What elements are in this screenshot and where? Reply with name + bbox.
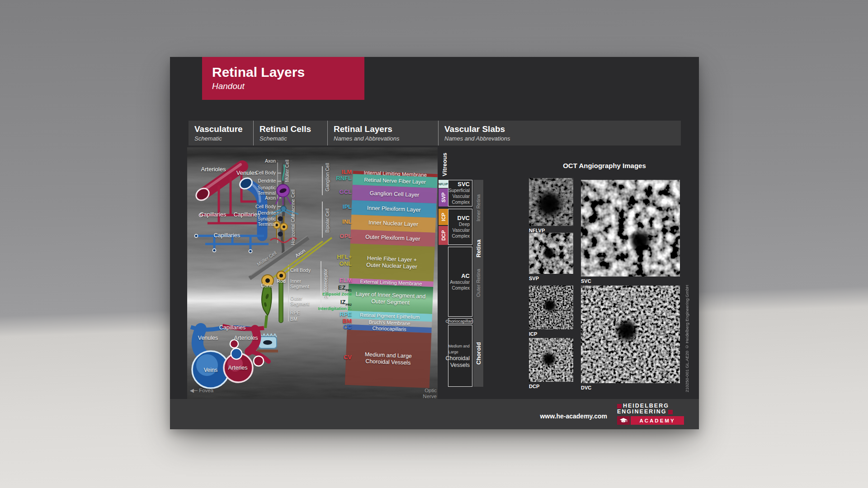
academy-url: www.he-academy.com bbox=[540, 413, 607, 420]
label-optic-nerve-head: Optic Nerve Head ─▶ bbox=[423, 388, 437, 399]
slab-group-choriocapillaris: Choriocapillaris bbox=[448, 318, 472, 324]
slab-group-line: Deep bbox=[459, 221, 470, 227]
slab-group-line: Complex bbox=[452, 233, 470, 239]
slab-color-icp: ICP bbox=[439, 209, 448, 225]
logo-red-square-icon bbox=[668, 410, 673, 414]
section-retinal-layers: Retinal Layers Names and Abbrevations bbox=[327, 121, 438, 145]
label-arteries: Arteries bbox=[228, 365, 247, 371]
screenshot-root: { "header": {"title": "Retinal Layers", … bbox=[0, 0, 868, 488]
slab-group-line: Superficial bbox=[448, 188, 470, 193]
octa-image-dvc bbox=[581, 286, 680, 383]
slab-group-line: Avascular bbox=[450, 279, 470, 285]
vitreous-text: Vitreous bbox=[441, 153, 448, 176]
section-title: Retinal Cells bbox=[259, 124, 327, 134]
slab-group-title: AC bbox=[461, 273, 470, 279]
section-subtitle: Schematic bbox=[259, 135, 327, 142]
slab-color-nflvp: NFLVP bbox=[439, 180, 448, 188]
slab-color-column: NFLVPSVPICPDCP bbox=[439, 180, 448, 246]
octa-image-icp bbox=[529, 286, 573, 329]
label-bipolar-cell: Bipolar Cell bbox=[325, 208, 330, 233]
logo-red-square-icon bbox=[617, 404, 622, 408]
label-cell-body: Cell Body bbox=[255, 204, 276, 209]
label-outer-segment: Outer Segment bbox=[290, 296, 309, 306]
section-vasculature: Vasculature Schematic bbox=[189, 121, 253, 145]
section-subtitle: Names and Abbrevations bbox=[444, 135, 681, 142]
label-capillaries: Capillaries bbox=[234, 211, 260, 218]
slab-group-line: Choroidal bbox=[445, 355, 470, 362]
slab-group-ac: ACAvascularComplex bbox=[448, 247, 472, 317]
label-capillaries: Capillaries bbox=[219, 324, 245, 331]
label-rnfl: RNFL bbox=[336, 175, 352, 182]
vitreous-label: Vitreous bbox=[439, 150, 449, 179]
strip-label-choroid: Choroid bbox=[475, 342, 482, 365]
graduation-cap-icon bbox=[617, 416, 630, 425]
octa-image-svc bbox=[581, 180, 680, 277]
label-elm: ELM bbox=[340, 277, 352, 284]
label-cv: CV bbox=[344, 354, 352, 361]
slab-group-line: Complex bbox=[452, 199, 470, 205]
logo-row-2: ENGINEERING bbox=[617, 409, 684, 415]
label-opl: OPL bbox=[340, 233, 352, 240]
slab-color-label: SVP bbox=[441, 192, 446, 202]
label-hfl-onl: HFL+ ONL bbox=[337, 254, 352, 267]
retina-cross-section-diagram: Internal Limiting MembraneRetinal Nerve … bbox=[187, 147, 438, 399]
strip-label-retina: Retina bbox=[475, 239, 482, 258]
section-subtitle: Schematic bbox=[194, 135, 253, 142]
label-axon: Axon bbox=[265, 195, 276, 201]
slab-group-title: DVC bbox=[458, 215, 470, 221]
slab-color-label: NFLVP bbox=[439, 183, 448, 186]
label-ganglion-cell: Ganglion Cell bbox=[325, 163, 330, 191]
label-horizontal-cell: Horizontal Cell bbox=[290, 214, 296, 245]
slab-group-line: Complex bbox=[452, 285, 470, 291]
slab-group-line: Vessels bbox=[450, 362, 470, 369]
label-m-ller-cell: Müller Cell bbox=[256, 250, 278, 267]
label-cone: Cone bbox=[261, 283, 272, 288]
slab-color-label: DCP bbox=[441, 230, 446, 240]
section-title: Vascular Slabs bbox=[444, 124, 681, 134]
label-fovea: ◀─ Fovea bbox=[190, 388, 213, 394]
label-dendrite: Dendrite bbox=[258, 178, 276, 183]
section-title: Retinal Layers bbox=[334, 124, 438, 134]
label-gcl: GCL bbox=[340, 189, 352, 196]
label-rpe: RPE bbox=[290, 310, 300, 315]
slab-color-svp: SVP bbox=[439, 188, 448, 206]
label-arterioles: Arterioles bbox=[234, 335, 258, 341]
section-vascular-slabs: Vascular Slabs Names and Abbrevations bbox=[438, 121, 681, 145]
slab-group-svc: SVCSuperficialVascularComplex bbox=[448, 180, 472, 206]
octa-image-dcp bbox=[529, 338, 573, 382]
slab-group-medium-and-large: Medium and LargeChoroidalVessels bbox=[448, 325, 472, 387]
slab-group-dvc: DVCDeepVascularComplex bbox=[448, 209, 472, 245]
section-subtitle: Names and Abbrevations bbox=[334, 135, 438, 142]
octa-image-label-dcp: DCP bbox=[529, 384, 539, 389]
heidelberg-engineering-logo: HEIDELBERG ENGINEERING ACADEMY bbox=[617, 403, 684, 425]
octa-image-label-icp: ICP bbox=[529, 331, 537, 337]
document-code-vertical: 210250-001 GL.AE20 © Heidelberg Engineer… bbox=[684, 279, 689, 392]
retina-choroid-strip: Inner RetinaRetinaOuter RetinaChoroid bbox=[473, 180, 483, 387]
strip-label-outer-retina: Outer Retina bbox=[476, 269, 481, 297]
label-rpe: RPE bbox=[340, 311, 352, 318]
slab-group-line: Vascular bbox=[453, 227, 470, 233]
label-axon: Axon bbox=[294, 248, 307, 258]
slab-group-line: Medium and Large bbox=[448, 343, 470, 355]
section-header-bar: Vasculature Schematic Retinal Cells Sche… bbox=[189, 121, 681, 145]
title-block: Retinal Layers Handout bbox=[202, 57, 364, 100]
octa-image-label-dvc: DVC bbox=[581, 385, 591, 390]
page-title: Retinal Layers bbox=[212, 64, 364, 80]
octa-section-title: OCT Angiography Images bbox=[529, 162, 680, 169]
label-inl: INL bbox=[342, 219, 352, 225]
label-capillaries: Capillaries bbox=[200, 211, 226, 218]
octa-image-label-svp: SVP bbox=[529, 276, 539, 281]
label-synaptic-terminal: Synaptic Terminal bbox=[258, 185, 276, 196]
slab-group-line: Choriocapillaris bbox=[446, 318, 475, 324]
label-inner-segment: Inner Segment bbox=[290, 278, 309, 289]
label-arterioles: Arterioles bbox=[201, 166, 226, 173]
label-cc: CC bbox=[343, 324, 352, 331]
label-venules: Venules bbox=[198, 335, 218, 341]
label-veins: Veins bbox=[204, 367, 218, 373]
strip-label-inner-retina: Inner Retina bbox=[476, 194, 481, 221]
logo-academy-row: ACADEMY bbox=[617, 416, 684, 425]
section-title: Vasculature bbox=[194, 124, 253, 134]
label-venules: Venules bbox=[236, 170, 257, 177]
label-synaptic-terminal: Synaptic Terminal bbox=[258, 216, 276, 227]
octa-image-svp bbox=[529, 233, 573, 274]
